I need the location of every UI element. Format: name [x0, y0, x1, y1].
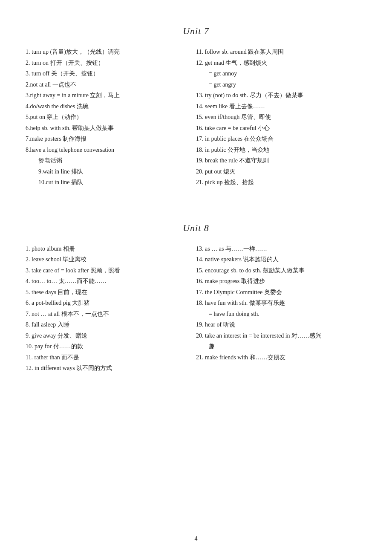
list-item: 5. these days 目前，现在 — [26, 287, 187, 298]
page: Unit 7 1. turn up (音量)放大，（光线）调亮2. turn o… — [0, 0, 392, 555]
list-item: = get annoy — [196, 69, 366, 79]
unit8-left-col: 1. photo album 相册2. leave school 毕业离校3. … — [26, 244, 187, 374]
list-item: 煲电话粥 — [26, 156, 187, 166]
list-item: 3. turn off 关（开关、按钮） — [26, 69, 187, 79]
list-item: 14. native speakers 说本族语的人 — [196, 254, 366, 265]
unit7-section: Unit 7 1. turn up (音量)放大，（光线）调亮2. turn o… — [26, 26, 366, 188]
list-item: 10.cut in line 插队 — [26, 177, 187, 188]
unit7-left-col: 1. turn up (音量)放大，（光线）调亮2. turn on 打开（开关… — [26, 47, 187, 188]
list-item: 20. put out 熄灭 — [196, 167, 366, 177]
list-item: 19. break the rule 不遵守规则 — [196, 156, 366, 166]
list-item: 3. take care of = look after 照顾，照看 — [26, 266, 187, 276]
list-item: 3.right away = in a minute 立刻，马上 — [26, 90, 187, 101]
list-item: 2. leave school 毕业离校 — [26, 254, 187, 265]
list-item: 13. as … as 与……一样…… — [196, 244, 366, 254]
list-item: 6.help sb. with sth. 帮助某人做某事 — [26, 123, 187, 134]
list-item: 11. rather than 而不是 — [26, 353, 187, 363]
list-item: 7.make posters 制作海报 — [26, 134, 187, 145]
list-item: 12. in different ways 以不同的方式 — [26, 363, 187, 374]
list-item: 5.put on 穿上（动作） — [26, 112, 187, 123]
list-item: 18. have fun with sth. 做某事有乐趣 — [196, 298, 366, 309]
list-item: 9. give away 分发、赠送 — [26, 331, 187, 341]
list-item: 13. try (not) to do sth. 尽力（不去）做某事 — [196, 90, 366, 101]
list-item: 16. make progress 取得进步 — [196, 276, 366, 287]
list-item: 4.do/wash the dishes 洗碗 — [26, 101, 187, 112]
unit8-section: Unit 8 1. photo album 相册2. leave school … — [26, 223, 366, 374]
list-item: 1. photo album 相册 — [26, 244, 187, 254]
list-item: 16. take care = be careful 小心 — [196, 123, 366, 134]
unit8-title: Unit 8 — [26, 223, 366, 234]
list-item: 2. turn on 打开（开关、按钮） — [26, 58, 187, 69]
list-item: 7. not … at all 根本不，一点也不 — [26, 309, 187, 320]
list-item: 9.wait in line 排队 — [26, 167, 187, 177]
list-item: 趣 — [196, 341, 366, 352]
list-item: 8. fall asleep 入睡 — [26, 320, 187, 330]
unit7-right-col: 11. follow sb. around 跟在某人周围12. get mad … — [196, 47, 366, 188]
page-number: 4 — [195, 535, 198, 542]
unit8-columns: 1. photo album 相册2. leave school 毕业离校3. … — [26, 244, 366, 374]
list-item: 11. follow sb. around 跟在某人周围 — [196, 47, 366, 58]
list-item: = get angry — [196, 80, 366, 90]
list-item: 15. encourage sb. to do sth. 鼓励某人做某事 — [196, 266, 366, 276]
list-item: 1. turn up (音量)放大，（光线）调亮 — [26, 47, 187, 58]
list-item: 6. a pot-bellied pig 大肚猪 — [26, 298, 187, 309]
list-item: 18. in public 公开地，当众地 — [196, 145, 366, 156]
list-item: 8.have a long telephone conversation — [26, 145, 187, 156]
list-item: 2.not at all 一点也不 — [26, 80, 187, 90]
list-item: 20. take an interest in = be interested … — [196, 331, 366, 341]
list-item: = have fun doing sth. — [196, 309, 366, 320]
list-item: 14. seem like 看上去像…… — [196, 101, 366, 112]
list-item: 4. too… to… 太……而不能…… — [26, 276, 187, 287]
unit7-title: Unit 7 — [26, 26, 366, 37]
list-item: 21. make friends with 和……交朋友 — [196, 353, 366, 363]
list-item: 17. in public places 在公众场合 — [196, 134, 366, 145]
list-item: 12. get mad 生气，感到烦火 — [196, 58, 366, 69]
unit7-columns: 1. turn up (音量)放大，（光线）调亮2. turn on 打开（开关… — [26, 47, 366, 188]
list-item: 19. hear of 听说 — [196, 320, 366, 330]
list-item: 21. pick up 捡起、拾起 — [196, 177, 366, 188]
list-item: 15. even if/though 尽管、即使 — [196, 112, 366, 123]
list-item: 10. pay for 付……的款 — [26, 341, 187, 352]
unit8-right-col: 13. as … as 与……一样……14. native speakers 说… — [196, 244, 366, 374]
list-item: 17. the Olympic Committee 奥委会 — [196, 287, 366, 298]
